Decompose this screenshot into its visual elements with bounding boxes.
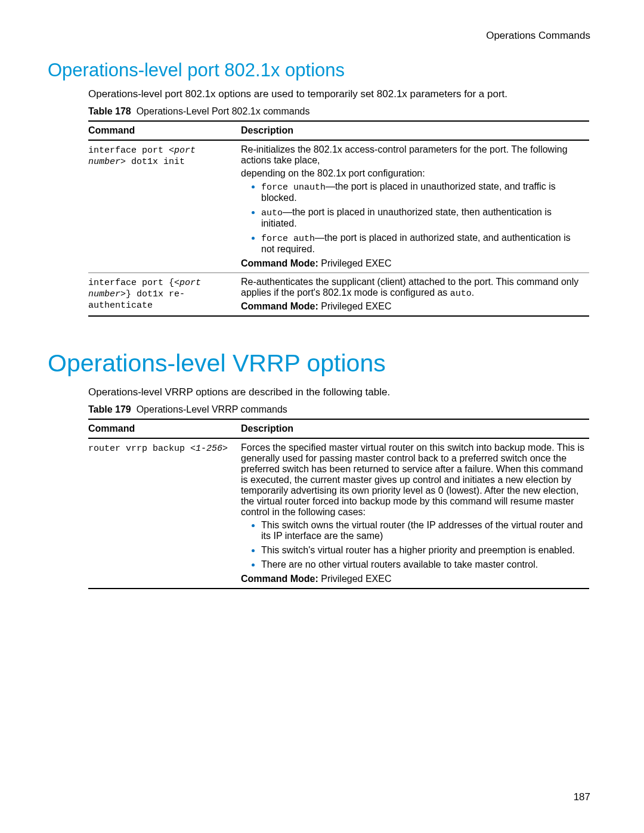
col-command-header2: Command bbox=[88, 419, 241, 438]
bullet-auto: auto—the port is placed in unauthorized … bbox=[261, 207, 586, 229]
page: Operations Commands Operations-level por… bbox=[0, 0, 644, 833]
section1-title: Operations-level port 802.1x options bbox=[48, 60, 590, 81]
dot1x-init-bullets: force unauth—the port is placed in unaut… bbox=[253, 181, 586, 255]
bullet-force-auth: force auth—the port is placed in authori… bbox=[261, 233, 586, 255]
table178-caption: Table 178 Operations-Level Port 802.1x c… bbox=[88, 106, 590, 117]
table179-label: Table 179 bbox=[88, 404, 131, 414]
running-header: Operations Commands bbox=[48, 30, 590, 42]
table178-header-row: Command Description bbox=[88, 121, 589, 140]
table178-label: Table 178 bbox=[88, 106, 131, 116]
mode-line-1: Command Mode: Privileged EXEC bbox=[241, 258, 586, 269]
bullet-vrrp-2: This switch's virtual router has a highe… bbox=[261, 545, 586, 556]
cmd-dot1x-reauth: interface port {<port number>} dot1x re-… bbox=[88, 278, 201, 311]
col-description-header: Description bbox=[241, 121, 589, 140]
desc-dot1x-reauth: Re-authenticates the supplicant (client)… bbox=[241, 273, 589, 317]
col-command-header: Command bbox=[88, 121, 241, 140]
bullet-vrrp-1: This switch owns the virtual router (the… bbox=[261, 520, 586, 541]
table178: Command Description interface port <port… bbox=[88, 120, 589, 317]
cmd-vrrp-backup: router vrrp backup <1-256> bbox=[88, 444, 228, 454]
page-number: 187 bbox=[574, 791, 590, 803]
col-description-header2: Description bbox=[241, 419, 589, 438]
section1-intro: Operations-level port 802.1x options are… bbox=[88, 88, 590, 100]
table178-row1: interface port <port number> dot1x init … bbox=[88, 140, 589, 273]
desc-dot1x-init: Re-initializes the 802.1x access-control… bbox=[241, 140, 589, 273]
table179-text: Operations-Level VRRP commands bbox=[137, 404, 287, 414]
bullet-vrrp-3: There are no other virtual routers avail… bbox=[261, 559, 586, 570]
table178-row2: interface port {<port number>} dot1x re-… bbox=[88, 273, 589, 317]
cmd-dot1x-init: interface port <port number> dot1x init bbox=[88, 145, 196, 167]
section2-intro: Operations-level VRRP options are descri… bbox=[88, 386, 590, 398]
table179-caption: Table 179 Operations-Level VRRP commands bbox=[88, 404, 590, 415]
table178-text: Operations-Level Port 802.1x commands bbox=[137, 106, 310, 116]
mode-line-3: Command Mode: Privileged EXEC bbox=[241, 574, 586, 584]
desc-vrrp-backup: Forces the specified master virtual rout… bbox=[241, 438, 589, 589]
section2-title: Operations-level VRRP options bbox=[48, 349, 590, 377]
table179-header-row: Command Description bbox=[88, 419, 589, 438]
table179: Command Description router vrrp backup <… bbox=[88, 419, 589, 589]
mode-line-2: Command Mode: Privileged EXEC bbox=[241, 301, 586, 312]
table179-row1: router vrrp backup <1-256> Forces the sp… bbox=[88, 438, 589, 589]
vrrp-bullets: This switch owns the virtual router (the… bbox=[253, 520, 586, 570]
bullet-force-unauth: force unauth—the port is placed in unaut… bbox=[261, 181, 586, 203]
